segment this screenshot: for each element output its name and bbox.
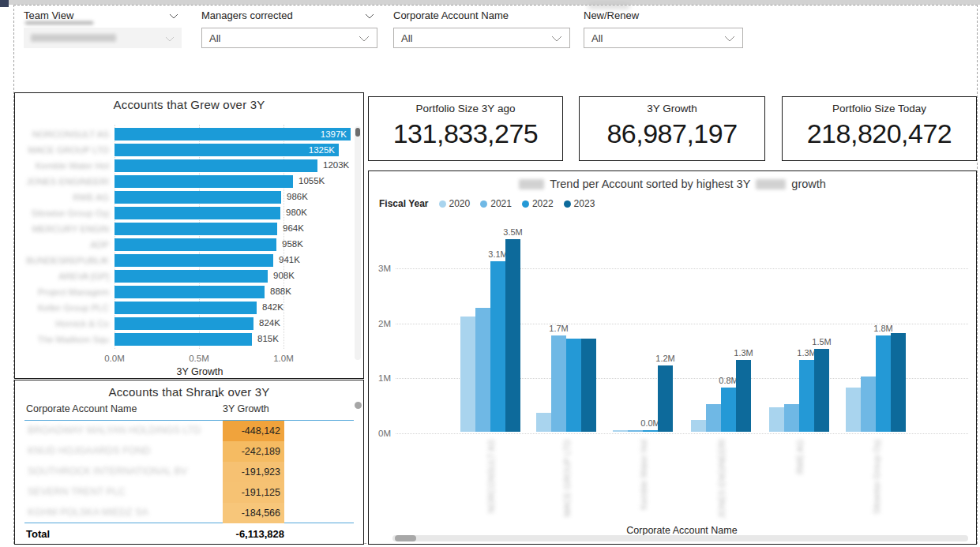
new-renew-dropdown[interactable]: All <box>584 28 743 48</box>
corporate-dropdown[interactable]: All <box>393 28 570 48</box>
category-label-redacted: RWE AG <box>23 193 115 202</box>
bar-group: 1.3M1.5M <box>769 349 829 432</box>
table-row[interactable]: SEVERN TRENT PLC-191,125 <box>24 482 354 503</box>
bar[interactable] <box>115 207 280 219</box>
table-row[interactable]: KGHM POLSKA MIEDZ SA-184,566 <box>24 503 354 523</box>
account-name-redacted: KGHM POLSKA MIEDZ SA <box>28 507 148 518</box>
x-tick: 0.5M <box>189 354 209 363</box>
bar[interactable] <box>115 175 293 188</box>
legend-item[interactable]: 2023 <box>564 198 595 209</box>
slicer-new-renew-label: New/Renew <box>584 9 639 21</box>
bar[interactable] <box>460 317 475 432</box>
bar[interactable] <box>115 286 265 298</box>
bar[interactable] <box>799 360 814 432</box>
sort-ascending-icon[interactable]: ▲ <box>214 392 220 398</box>
bar[interactable] <box>115 254 273 267</box>
value-label: 1.8M <box>873 324 892 333</box>
grew-bar-row: Kemble Water Hol1203K <box>23 158 349 174</box>
bar[interactable] <box>861 377 876 432</box>
bar[interactable] <box>115 270 268 283</box>
legend-dot <box>522 200 529 208</box>
bar[interactable] <box>736 360 751 432</box>
value-label: 1397K <box>321 129 351 139</box>
bar[interactable] <box>115 238 276 251</box>
grew-bar-row: Hornick & Co824K <box>23 316 349 332</box>
slicer-managers-label: Managers corrected <box>201 9 293 21</box>
team-view-dropdown[interactable] <box>24 28 182 48</box>
shrank-table-title: Accounts that Shrank over 3Y <box>15 380 363 399</box>
y-tick-label: 3M <box>370 264 391 273</box>
grew-bar-row: MACE GROUP LTD1325K <box>23 142 349 158</box>
legend-title: Fiscal Year <box>379 198 429 209</box>
x-category-label-redacted: JONES ENGINEERI <box>691 440 753 522</box>
grew-bar-row: Keller Group PLC842K <box>23 300 349 316</box>
bar[interactable] <box>876 335 891 432</box>
visual-scroll-dot[interactable] <box>355 402 362 409</box>
trend-chart-visual: Trend per Account sorted by highest 3Y g… <box>368 170 977 545</box>
legend-item[interactable]: 2020 <box>439 198 471 209</box>
chevron-down-icon[interactable] <box>169 9 178 21</box>
bar[interactable] <box>115 302 257 314</box>
column-header-growth[interactable]: 3Y Growth <box>223 403 269 414</box>
bar[interactable] <box>643 430 658 432</box>
redacted-smudge <box>588 3 629 9</box>
table-row[interactable]: SOUTHROCK INTERNATIONAL BV-191,923 <box>24 462 354 482</box>
total-row: Total -6,113,828 <box>26 528 354 540</box>
bar[interactable] <box>846 388 861 432</box>
bar[interactable] <box>115 317 253 330</box>
bar[interactable]: 1397K <box>115 128 351 140</box>
shrank-table-visual: Accounts that Shrank over 3Y Corporate A… <box>14 380 364 545</box>
bar[interactable] <box>566 339 581 432</box>
horizontal-scrollbar[interactable] <box>392 535 968 541</box>
bar[interactable] <box>891 333 906 432</box>
grew-bar-row: BUNDESREPUBLIK941K <box>23 253 349 268</box>
corner-marker <box>0 0 9 7</box>
column-header-account[interactable]: Corporate Account Name <box>26 403 137 414</box>
bar[interactable]: 1325K <box>115 144 339 156</box>
bar[interactable] <box>505 239 520 432</box>
bar[interactable] <box>721 388 736 432</box>
bar[interactable] <box>613 430 628 432</box>
legend-item-label: 2022 <box>532 198 554 209</box>
category-label-redacted: AREVA [GP] <box>23 272 115 281</box>
value-label: 980K <box>286 208 307 217</box>
bar[interactable] <box>115 191 281 204</box>
bar[interactable] <box>784 404 799 432</box>
managers-dropdown[interactable]: All <box>201 28 377 48</box>
scrollbar-thumb[interactable] <box>395 535 416 541</box>
bar[interactable] <box>706 404 721 432</box>
category-label-redacted: Keller Group PLC <box>23 303 115 313</box>
scrollbar-thumb[interactable] <box>355 128 360 137</box>
bar[interactable] <box>115 223 277 235</box>
bar[interactable] <box>536 413 551 432</box>
value-label: 1055K <box>299 176 325 185</box>
bar[interactable] <box>115 159 317 172</box>
legend-item[interactable]: 2021 <box>480 198 512 209</box>
bar[interactable] <box>691 420 706 432</box>
bar[interactable] <box>581 339 596 432</box>
bar[interactable] <box>814 349 829 432</box>
bar[interactable] <box>551 335 566 432</box>
category-label-redacted: NORCONSULT AS <box>23 129 115 139</box>
bar[interactable] <box>628 430 643 432</box>
bar-group: 1.8M <box>846 333 906 432</box>
legend-item[interactable]: 2022 <box>522 198 554 209</box>
bar[interactable] <box>769 407 784 432</box>
trend-chart-title: Trend per Account sorted by highest 3Y g… <box>369 171 976 190</box>
bar[interactable] <box>490 261 505 432</box>
total-value: -6,113,828 <box>223 528 284 540</box>
account-name-redacted: SEVERN TRENT PLC <box>28 486 126 497</box>
grew-bar-row: Sitowise Group Oyj980K <box>23 205 349 221</box>
value-label: 941K <box>279 255 300 264</box>
vertical-scrollbar[interactable] <box>355 126 361 360</box>
x-category-label-redacted: MACE GROUP LTD <box>536 440 598 522</box>
category-label-redacted: MACE GROUP LTD <box>23 145 115 155</box>
bar[interactable] <box>475 308 490 432</box>
bar[interactable] <box>115 333 252 346</box>
value-label: 3.5M <box>503 227 522 237</box>
trend-x-axis-title: Corporate Account Name <box>396 525 968 536</box>
table-row[interactable]: BROADWAY MALYAN HOLDINGS LTD-448,142 <box>24 421 354 441</box>
table-row[interactable]: KNUD HOJGAARDS FOND-242,189 <box>24 441 354 462</box>
bar[interactable] <box>658 365 673 432</box>
chevron-down-icon[interactable] <box>365 9 374 21</box>
